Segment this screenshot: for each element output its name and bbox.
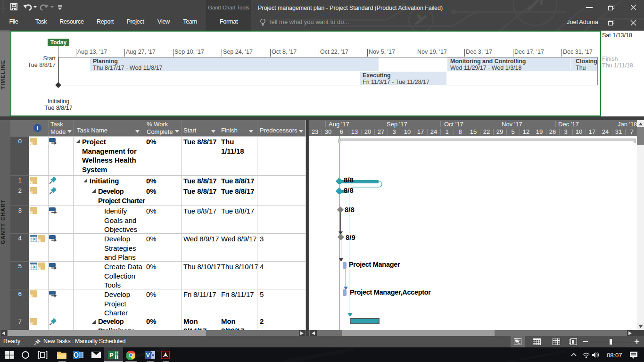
- svg-text:V: V: [146, 352, 150, 359]
- svg-text:P: P: [109, 352, 114, 359]
